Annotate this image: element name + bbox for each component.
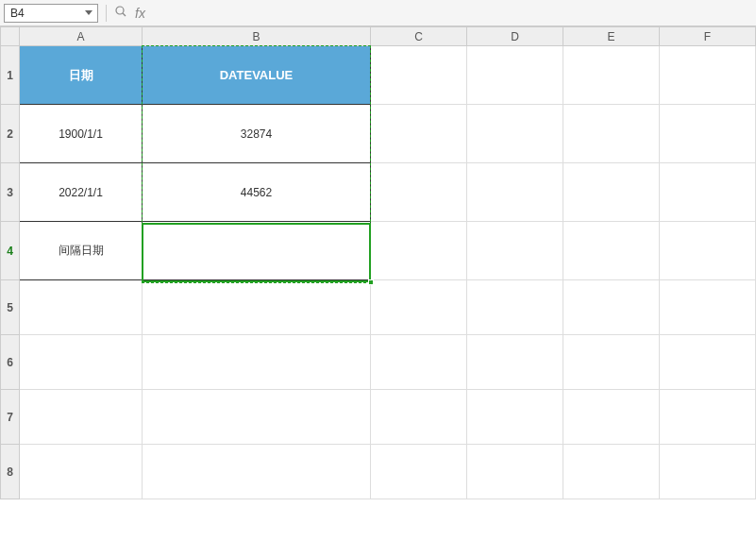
col-head-B[interactable]: B: [143, 27, 371, 46]
fill-handle[interactable]: [368, 279, 374, 285]
row-head-5[interactable]: 5: [1, 280, 20, 335]
cell-A8[interactable]: [20, 445, 143, 499]
cell-B2[interactable]: 32874: [143, 105, 371, 163]
cell-B6[interactable]: [143, 335, 371, 390]
name-box-value: B4: [10, 7, 25, 20]
cell-D6[interactable]: [467, 335, 563, 390]
cell-C7[interactable]: [371, 390, 467, 445]
row-head-2[interactable]: 2: [1, 105, 20, 163]
cell-D2[interactable]: [467, 105, 563, 163]
row-head-6[interactable]: 6: [1, 335, 20, 390]
cell-F6[interactable]: [660, 335, 756, 390]
col-head-D[interactable]: D: [467, 27, 563, 46]
cell-C3[interactable]: [371, 163, 467, 222]
cell-C8[interactable]: [371, 445, 467, 499]
svg-point-0: [116, 7, 124, 14]
cell-D8[interactable]: [467, 445, 563, 499]
cell-C2[interactable]: [371, 105, 467, 163]
cell-E4[interactable]: [563, 222, 660, 280]
cell-B3[interactable]: 44562: [143, 163, 371, 222]
cell-A3[interactable]: 2022/1/1: [20, 163, 143, 222]
cell-A4[interactable]: 间隔日期: [20, 222, 143, 280]
svg-line-1: [123, 13, 126, 16]
col-head-E[interactable]: E: [563, 27, 660, 46]
cell-C4[interactable]: [371, 222, 467, 280]
cell-A7[interactable]: [20, 390, 143, 445]
fx-icon[interactable]: fx: [131, 6, 149, 21]
cell-B4[interactable]: [143, 222, 371, 280]
cell-B1[interactable]: DATEVALUE: [143, 46, 371, 105]
cell-F8[interactable]: [660, 445, 756, 499]
cell-F5[interactable]: [660, 280, 756, 335]
row-head-4[interactable]: 4: [1, 222, 20, 280]
separator: [106, 5, 107, 22]
row-head-1[interactable]: 1: [1, 46, 20, 105]
cell-E2[interactable]: [563, 105, 660, 163]
cell-F1[interactable]: [660, 46, 756, 105]
cell-E3[interactable]: [563, 163, 660, 222]
cell-B5[interactable]: [143, 280, 371, 335]
cell-F3[interactable]: [660, 163, 756, 222]
cell-C5[interactable]: [371, 280, 467, 335]
chevron-down-icon[interactable]: [82, 7, 95, 20]
cell-A2[interactable]: 1900/1/1: [20, 105, 143, 163]
cell-F2[interactable]: [660, 105, 756, 163]
row-head-7[interactable]: 7: [1, 390, 20, 445]
cell-E6[interactable]: [563, 335, 660, 390]
cell-E1[interactable]: [563, 46, 660, 105]
cell-D4[interactable]: [467, 222, 563, 280]
formula-toolbar: B4 fx: [0, 0, 756, 26]
formula-input[interactable]: [153, 4, 752, 23]
col-head-A[interactable]: A: [20, 27, 143, 46]
cell-D7[interactable]: [467, 390, 563, 445]
cell-D3[interactable]: [467, 163, 563, 222]
cell-B8[interactable]: [143, 445, 371, 499]
formula-bar-area: fx: [114, 4, 752, 23]
cell-C1[interactable]: [371, 46, 467, 105]
row-head-3[interactable]: 3: [1, 163, 20, 222]
cell-A5[interactable]: [20, 280, 143, 335]
name-box[interactable]: B4: [4, 4, 98, 23]
col-head-C[interactable]: C: [371, 27, 467, 46]
col-head-F[interactable]: F: [660, 27, 756, 46]
select-all-corner[interactable]: [1, 27, 20, 46]
search-icon[interactable]: [114, 5, 127, 21]
cell-E8[interactable]: [563, 445, 660, 499]
cell-D5[interactable]: [467, 280, 563, 335]
cell-E5[interactable]: [563, 280, 660, 335]
cell-A6[interactable]: [20, 335, 143, 390]
cell-F7[interactable]: [660, 390, 756, 445]
spreadsheet-grid[interactable]: A B C D E F 1 日期 DATEVALUE 2 1900/1/1 32…: [0, 26, 756, 499]
cell-C6[interactable]: [371, 335, 467, 390]
cell-B7[interactable]: [143, 390, 371, 445]
cell-A1[interactable]: 日期: [20, 46, 143, 105]
row-head-8[interactable]: 8: [1, 445, 20, 499]
cell-F4[interactable]: [660, 222, 756, 280]
cell-D1[interactable]: [467, 46, 563, 105]
cell-E7[interactable]: [563, 390, 660, 445]
